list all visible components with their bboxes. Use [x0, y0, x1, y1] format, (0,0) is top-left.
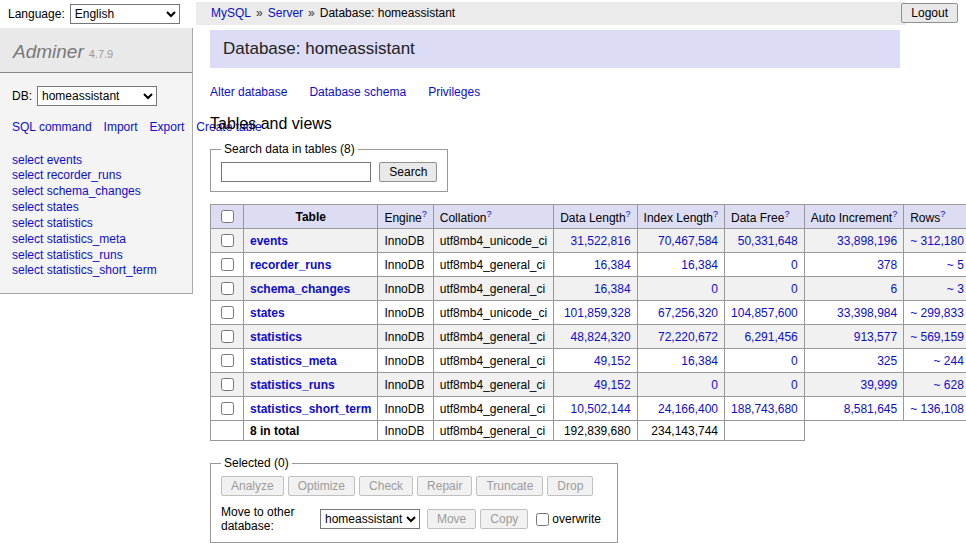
data-length-link[interactable]: 31,522,816	[571, 234, 631, 248]
data-length-link[interactable]: 10,502,144	[571, 402, 631, 416]
help-icon[interactable]: ?	[784, 209, 789, 219]
check-button[interactable]: Check	[359, 476, 413, 496]
auto-increment-link[interactable]: 6	[890, 282, 897, 296]
sidebar-item-table-select-recorder-runs[interactable]: select recorder_runs	[12, 168, 180, 184]
auto-increment-link[interactable]: 33,898,196	[837, 234, 897, 248]
drop-button[interactable]: Drop	[547, 476, 593, 496]
copy-button[interactable]: Copy	[480, 509, 528, 529]
analyze-button[interactable]: Analyze	[221, 476, 284, 496]
data-length-link[interactable]: 48,824,320	[571, 330, 631, 344]
help-icon[interactable]: ?	[626, 209, 631, 219]
help-icon[interactable]: ?	[892, 209, 897, 219]
table-name-link[interactable]: statistics	[250, 330, 302, 344]
db-nav-link-privileges[interactable]: Privileges	[428, 85, 480, 99]
auto-increment-link[interactable]: 39,999	[860, 378, 897, 392]
db-nav-link-database-schema[interactable]: Database schema	[309, 85, 406, 99]
data-length-link[interactable]: 16,384	[594, 258, 631, 272]
row-checkbox[interactable]	[221, 378, 234, 391]
sidebar-item-table-select-states[interactable]: select states	[12, 200, 180, 216]
row-checkbox[interactable]	[221, 282, 234, 295]
help-icon[interactable]: ?	[422, 209, 427, 219]
collation-cell: utf8mb4_general_ci	[433, 253, 553, 277]
sidebar-action-link-sql-command[interactable]: SQL command	[12, 120, 92, 134]
search-input[interactable]	[221, 162, 371, 182]
auto-increment-link[interactable]: 325	[877, 354, 897, 368]
rows-link[interactable]: ~ 3	[947, 282, 964, 296]
row-checkbox[interactable]	[221, 354, 234, 367]
index-length-link[interactable]: 0	[711, 282, 718, 296]
data-free-link[interactable]: 0	[791, 282, 798, 296]
data-length-link[interactable]: 49,152	[594, 354, 631, 368]
data-free-link[interactable]: 188,743,680	[731, 402, 798, 416]
rows-link[interactable]: ~ 136,108	[910, 402, 964, 416]
row-checkbox[interactable]	[221, 402, 234, 415]
breadcrumb-link[interactable]: MySQL	[211, 6, 251, 20]
index-length-link[interactable]: 67,256,320	[658, 306, 718, 320]
overwrite-checkbox[interactable]	[536, 513, 549, 526]
index-length-link[interactable]: 16,384	[681, 354, 718, 368]
sidebar-item-table-select-schema-changes[interactable]: select schema_changes	[12, 184, 180, 200]
index-length-link[interactable]: 16,384	[681, 258, 718, 272]
data-free-link[interactable]: 0	[791, 378, 798, 392]
breadcrumb-link[interactable]: Server	[268, 6, 303, 20]
sidebar-action-link-import[interactable]: Import	[104, 120, 138, 134]
rows-link[interactable]: ~ 312,180	[910, 234, 964, 248]
row-checkbox[interactable]	[221, 258, 234, 271]
table-name-link[interactable]: schema_changes	[250, 282, 350, 296]
help-icon[interactable]: ?	[486, 209, 491, 219]
rows-link[interactable]: ~ 244	[934, 354, 964, 368]
data-free-cell: 0	[725, 373, 805, 397]
move-db-select[interactable]: homeassistant	[320, 509, 420, 529]
table-name-link[interactable]: events	[250, 234, 288, 248]
table-name-link[interactable]: states	[250, 306, 285, 320]
table-name-link[interactable]: statistics_runs	[250, 378, 335, 392]
search-button[interactable]: Search	[379, 162, 437, 182]
data-free-link[interactable]: 0	[791, 258, 798, 272]
auto-increment-link[interactable]: 913,577	[854, 330, 897, 344]
data-free-link[interactable]: 0	[791, 354, 798, 368]
sidebar-item-table-select-statistics-runs[interactable]: select statistics_runs	[12, 248, 180, 264]
rows-link[interactable]: ~ 5	[947, 258, 964, 272]
data-length-link[interactable]: 101,859,328	[564, 306, 631, 320]
auto-increment-link[interactable]: 33,398,984	[837, 306, 897, 320]
table-name-link[interactable]: statistics_short_term	[250, 402, 371, 416]
index-length-link[interactable]: 72,220,672	[658, 330, 718, 344]
table-name-link[interactable]: recorder_runs	[250, 258, 331, 272]
data-length-link[interactable]: 16,384	[594, 282, 631, 296]
data-length-link[interactable]: 49,152	[594, 378, 631, 392]
rows-link[interactable]: ~ 299,833	[910, 306, 964, 320]
data-free-cell: 0	[725, 277, 805, 301]
repair-button[interactable]: Repair	[417, 476, 472, 496]
auto-increment-link[interactable]: 378	[877, 258, 897, 272]
sidebar-item-table-select-statistics[interactable]: select statistics	[12, 216, 180, 232]
row-checkbox[interactable]	[221, 234, 234, 247]
select-all-checkbox[interactable]	[221, 210, 234, 223]
data-free-cell: 0	[725, 253, 805, 277]
index-length-link[interactable]: 0	[711, 378, 718, 392]
db-select[interactable]: homeassistant	[37, 86, 157, 106]
truncate-button[interactable]: Truncate	[476, 476, 543, 496]
sidebar-item-table-select-events[interactable]: select events	[12, 153, 180, 169]
help-icon[interactable]: ?	[713, 209, 718, 219]
help-icon[interactable]: ?	[940, 209, 945, 219]
rows-link[interactable]: ~ 628	[934, 378, 964, 392]
language-select[interactable]: English	[70, 4, 180, 24]
index-length-link[interactable]: 24,166,400	[658, 402, 718, 416]
rows-link[interactable]: ~ 569,159	[910, 330, 964, 344]
move-button[interactable]: Move	[427, 509, 476, 529]
data-free-link[interactable]: 104,857,600	[731, 306, 798, 320]
row-checkbox[interactable]	[221, 306, 234, 319]
optimize-button[interactable]: Optimize	[288, 476, 355, 496]
sidebar-item-table-select-statistics-short-term[interactable]: select statistics_short_term	[12, 263, 180, 279]
data-free-link[interactable]: 6,291,456	[744, 330, 797, 344]
auto-increment-link[interactable]: 8,581,645	[844, 402, 897, 416]
row-checkbox[interactable]	[221, 330, 234, 343]
sidebar-action-link-export[interactable]: Export	[150, 120, 185, 134]
table-name-link[interactable]: statistics_meta	[250, 354, 337, 368]
sidebar-item-table-select-statistics-meta[interactable]: select statistics_meta	[12, 232, 180, 248]
data-free-link[interactable]: 50,331,648	[738, 234, 798, 248]
logout-button[interactable]: Logout	[901, 3, 958, 23]
search-legend: Search data in tables (8)	[221, 142, 358, 156]
index-length-link[interactable]: 70,467,584	[658, 234, 718, 248]
db-nav-link-alter-database[interactable]: Alter database	[210, 85, 287, 99]
